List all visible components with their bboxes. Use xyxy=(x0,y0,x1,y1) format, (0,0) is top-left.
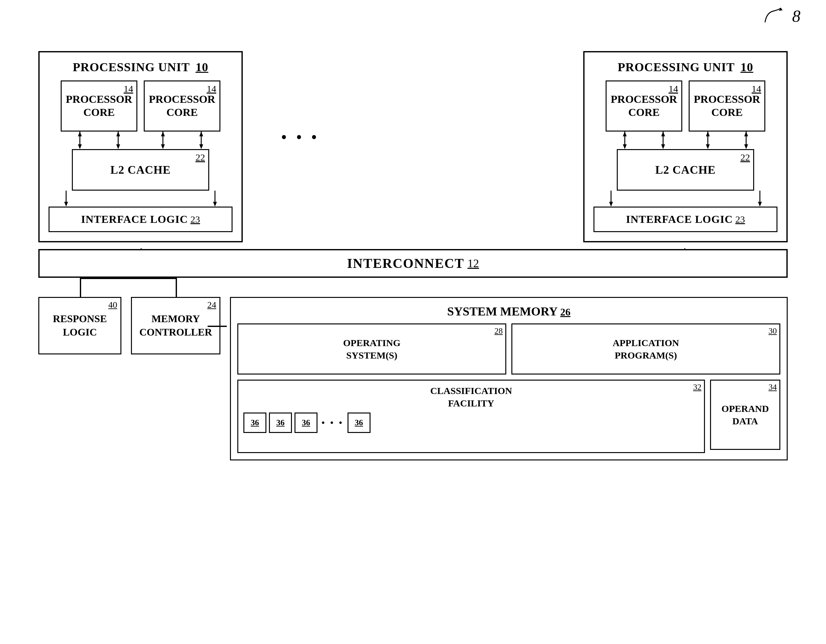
arrow-r-proc2-right xyxy=(741,132,751,149)
classif-row: 32 CLASSIFICATIONFACILITY 36 36 36 • • • xyxy=(237,380,780,453)
pu-left-proc1-box: 14 PROCESSORCORE xyxy=(61,81,137,132)
operand-num: 34 xyxy=(769,382,777,392)
classif-box: 32 CLASSIFICATIONFACILITY 36 36 36 • • • xyxy=(237,380,705,453)
pu-left-proc2-label: PROCESSORCORE xyxy=(149,93,215,119)
pu-left-l2-box: 22 L2 CACHE xyxy=(72,149,209,191)
pu-left-proc1-num: 14 xyxy=(124,83,133,94)
arrow-r-l2-left-iface xyxy=(606,191,616,206)
pu-left-iface-box: INTERFACE LOGIC 23 xyxy=(48,206,233,232)
svg-marker-32 xyxy=(758,202,762,206)
pu-right-proc1-label: PROCESSORCORE xyxy=(611,93,677,119)
pu-left-processors-row: 14 PROCESSORCORE 14 PROCESSORCORE xyxy=(48,81,233,132)
interconnect-label: INTERCONNECT xyxy=(347,256,464,271)
pu-right-title: PROCESSING UNIT 10 xyxy=(593,60,778,74)
arrow-proc1-right xyxy=(113,132,123,149)
pu-left-l2-label: L2 CACHE xyxy=(110,163,171,177)
pu-right-iface-num: 23 xyxy=(735,214,745,225)
pu-left-l2-num: 22 xyxy=(196,152,205,163)
svg-marker-16 xyxy=(213,202,217,206)
pu-right-l2-box: 22 L2 CACHE xyxy=(617,149,754,191)
pu-left-iface-label: INTERFACE LOGIC xyxy=(81,213,188,225)
arrow-proc2-left xyxy=(158,132,168,149)
system-memory-title: SYSTEM MEMORY26 xyxy=(237,304,780,318)
sub-item-1: 36 xyxy=(244,413,266,433)
classif-num: 32 xyxy=(693,382,702,392)
interconnect-to-resp-line xyxy=(80,278,81,297)
pu-left-proc2-box: 14 PROCESSORCORE xyxy=(144,81,220,132)
sub-item-3: 36 xyxy=(295,413,317,433)
memory-controller-box: 24 MEMORYCONTROLLER xyxy=(131,297,220,354)
os-num: 28 xyxy=(494,326,503,336)
system-memory-box: SYSTEM MEMORY26 28 OPERATINGSYSTEM(S) 30… xyxy=(230,297,788,461)
arrow-r-l2-right-iface xyxy=(755,191,765,206)
svg-marker-27 xyxy=(744,144,748,149)
sub-item-2: 36 xyxy=(269,413,292,433)
svg-marker-21 xyxy=(661,144,665,149)
system-memory-inner-row: 28 OPERATINGSYSTEM(S) 30 APPLICATIONPROG… xyxy=(237,323,780,374)
pu-right-proc1-num: 14 xyxy=(669,83,678,94)
svg-marker-11 xyxy=(199,144,203,149)
memory-controller-label: MEMORYCONTROLLER xyxy=(139,312,212,339)
svg-marker-6 xyxy=(116,132,120,137)
pu-right-proc1-box: 14 PROCESSORCORE xyxy=(606,81,682,132)
pu-right-iface-label: INTERFACE LOGIC xyxy=(626,213,733,225)
pu-right-l2-num: 22 xyxy=(741,152,750,163)
interconnect-horizontal-line xyxy=(80,278,177,279)
pu-right-iface-box: INTERFACE LOGIC 23 xyxy=(593,206,778,232)
pu-left-title: PROCESSING UNIT 10 xyxy=(48,60,233,74)
svg-marker-8 xyxy=(161,144,165,149)
svg-marker-30 xyxy=(609,202,613,206)
operand-label: OPERANDDATA xyxy=(722,402,769,427)
processing-unit-right: PROCESSING UNIT 10 14 PROCESSORCORE 14 P… xyxy=(583,51,788,242)
arrow-proc2-right xyxy=(196,132,206,149)
arrow-r-proc1-right xyxy=(658,132,668,149)
response-logic-box: 40 RESPONSELOGIC xyxy=(38,297,121,354)
svg-marker-19 xyxy=(623,132,627,137)
app-cell: 30 APPLICATIONPROGRAM(S) xyxy=(511,323,780,374)
arrow-l2-left-iface xyxy=(61,191,71,206)
fig-number: 8 xyxy=(792,7,800,26)
svg-marker-22 xyxy=(661,132,665,137)
response-logic-num: 40 xyxy=(108,300,117,310)
sub-dots: • • • xyxy=(321,417,344,429)
svg-marker-5 xyxy=(116,144,120,149)
pu-right-processors-row: 14 PROCESSORCORE 14 PROCESSORCORE xyxy=(593,81,778,132)
arrow-l2-right-iface xyxy=(210,191,220,206)
interconnect-bar: INTERCONNECT 12 xyxy=(38,249,788,278)
svg-marker-24 xyxy=(706,144,710,149)
arrow-r-proc2-left xyxy=(703,132,713,149)
pu-right-proc2-label: PROCESSORCORE xyxy=(694,93,760,119)
svg-marker-28 xyxy=(744,132,748,137)
os-label: OPERATINGSYSTEM(S) xyxy=(343,337,400,362)
pu-right-l2-area: 22 L2 CACHE xyxy=(593,149,778,191)
svg-marker-3 xyxy=(78,132,82,137)
svg-marker-12 xyxy=(199,132,203,137)
fig-arrow-icon xyxy=(763,6,789,26)
svg-marker-14 xyxy=(64,202,68,206)
arrow-proc1-left xyxy=(75,132,85,149)
memctrl-to-sysmem-line xyxy=(208,326,227,327)
interconnect-to-memctrl-line xyxy=(176,278,177,297)
bottom-row: 40 RESPONSELOGIC 24 MEMORYCONTROLLER SYS… xyxy=(38,297,788,461)
app-label: APPLICATIONPROGRAM(S) xyxy=(613,337,679,362)
arrow-r-proc1-left xyxy=(620,132,630,149)
operand-data-box: 34 OPERANDDATA xyxy=(710,380,780,450)
svg-marker-25 xyxy=(706,132,710,137)
memory-controller-num: 24 xyxy=(207,300,216,310)
sub-item-4: 36 xyxy=(348,413,371,433)
os-cell: 28 OPERATINGSYSTEM(S) xyxy=(237,323,506,374)
pu-right-l2-label: L2 CACHE xyxy=(655,163,716,177)
pu-right-proc2-box: 14 PROCESSORCORE xyxy=(689,81,765,132)
interconnect-num: 12 xyxy=(467,257,479,270)
app-num: 30 xyxy=(769,326,777,336)
classif-title: CLASSIFICATIONFACILITY xyxy=(242,385,700,409)
pu-right-proc2-num: 14 xyxy=(751,83,761,94)
diagram-container: 8 PROCESSING UNIT 10 14 PROCESSORCORE 14… xyxy=(19,19,807,625)
pu-left-l2-area: 22 L2 CACHE xyxy=(48,149,233,191)
pu-left-iface-num: 23 xyxy=(190,214,200,225)
pu-left-proc2-num: 14 xyxy=(206,83,216,94)
pu-left-proc1-label: PROCESSORCORE xyxy=(66,93,132,119)
response-logic-label: RESPONSELOGIC xyxy=(53,312,107,339)
svg-marker-9 xyxy=(161,132,165,137)
processing-unit-left: PROCESSING UNIT 10 14 PROCESSORCORE 14 P… xyxy=(38,51,243,242)
